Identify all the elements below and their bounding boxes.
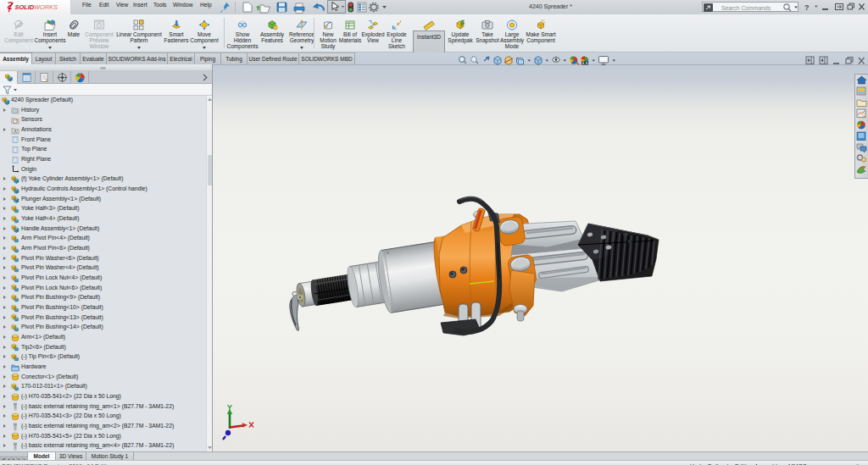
svg-text:?: ? <box>804 3 810 12</box>
svg-text:WORKS: WORKS <box>34 3 58 11</box>
svg-text:SOLID: SOLID <box>15 3 35 11</box>
